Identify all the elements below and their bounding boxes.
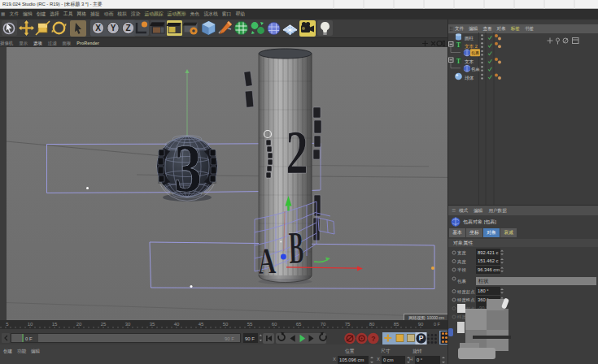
svg-text:90 F: 90 F (225, 336, 234, 341)
svg-text:30: 30 (125, 322, 131, 327)
svg-text:35: 35 (150, 322, 155, 327)
svg-text:0 F: 0 F (25, 336, 33, 341)
svg-text:文本: 文本 (465, 59, 474, 64)
svg-text:90: 90 (418, 322, 424, 327)
svg-text:55: 55 (247, 322, 253, 327)
svg-text:Y: Y (111, 24, 116, 32)
svg-text:5: 5 (6, 322, 9, 327)
svg-text:75: 75 (345, 322, 351, 327)
svg-text:T: T (456, 58, 461, 65)
svg-text:10: 10 (28, 322, 33, 327)
svg-text:球体: 球体 (465, 76, 474, 80)
svg-text:50: 50 (223, 322, 229, 327)
svg-text:80: 80 (369, 322, 375, 327)
svg-text:85: 85 (394, 322, 399, 327)
svg-text:T: T (456, 41, 461, 49)
svg-text:X: X (95, 24, 101, 32)
svg-text:45: 45 (199, 322, 204, 327)
svg-text:90 F: 90 F (245, 336, 255, 341)
svg-text:70: 70 (321, 322, 326, 327)
svg-text:包裹: 包裹 (471, 50, 479, 55)
svg-text:?: ? (371, 335, 375, 343)
svg-text:65: 65 (296, 322, 302, 327)
svg-text:包裹: 包裹 (471, 67, 480, 72)
svg-text:3: 3 (174, 131, 202, 206)
svg-text:文本 2: 文本 2 (465, 44, 478, 49)
svg-text:40: 40 (174, 322, 180, 327)
svg-text:60: 60 (272, 322, 277, 327)
svg-text:15: 15 (52, 322, 58, 327)
svg-text:圆柱: 圆柱 (465, 36, 474, 41)
svg-text:B: B (288, 222, 304, 274)
svg-text:Z: Z (125, 24, 130, 32)
svg-text:A: A (256, 240, 277, 282)
svg-text:0 F: 0 F (434, 322, 441, 327)
svg-text:P: P (419, 334, 424, 342)
svg-text:25: 25 (101, 322, 107, 327)
svg-text:20: 20 (76, 322, 82, 327)
svg-text:2: 2 (286, 118, 308, 186)
